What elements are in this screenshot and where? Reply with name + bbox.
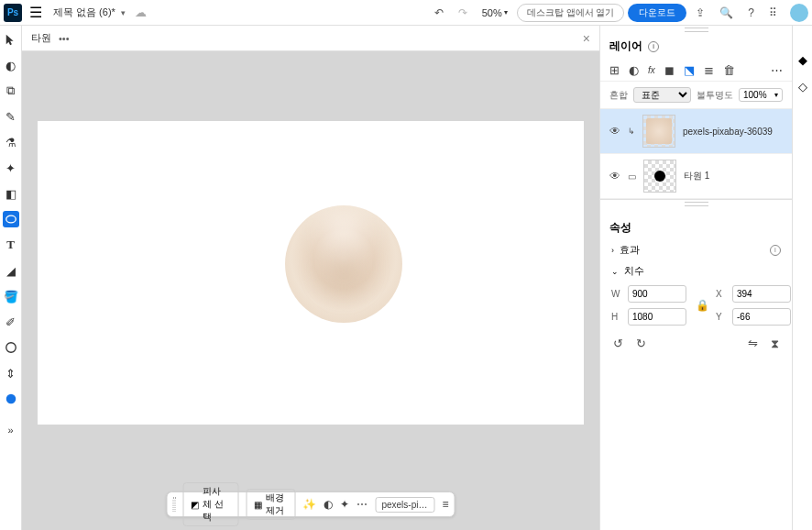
shape-badge-icon: ▭: [628, 171, 636, 182]
shape-type-label[interactable]: 타원: [31, 31, 51, 45]
height-label: H: [611, 312, 622, 322]
crop-tool[interactable]: ⧉: [3, 83, 19, 99]
mask-icon[interactable]: ◼: [664, 63, 675, 77]
mini-panel-strip: ◆ ◇: [792, 26, 812, 530]
rotate-ccw-icon[interactable]: ↺: [613, 337, 623, 351]
clone-tool[interactable]: ⚗: [3, 134, 19, 150]
delete-icon[interactable]: 🗑: [723, 63, 735, 77]
layer-menu-icon[interactable]: ⋯: [771, 63, 783, 77]
properties-panel: 속성 › 효과 i ⌄ 치수 W 🔒 X H Y: [600, 207, 792, 530]
heal-tool[interactable]: ✦: [3, 160, 19, 176]
fill-color[interactable]: [3, 391, 19, 407]
settings-icon[interactable]: ≡: [442, 498, 448, 511]
eyedropper-tool[interactable]: ✐: [3, 314, 19, 330]
flip-horizontal-icon[interactable]: ⇋: [748, 337, 758, 351]
more-icon[interactable]: ⋯: [357, 498, 368, 511]
adjustment-icon[interactable]: ◐: [629, 63, 639, 77]
history-icon[interactable]: ◇: [798, 80, 807, 94]
y-input[interactable]: [732, 308, 791, 326]
canvas-area[interactable]: ◩피사체 선택 ▦배경 제거 ✨ ◐ ✦ ⋯ pexels-pixabay-..…: [22, 51, 599, 530]
layer-thumbnail[interactable]: [642, 115, 675, 148]
adjustments-icon[interactable]: ◐: [324, 498, 333, 511]
y-label: Y: [716, 312, 727, 322]
add-layer-icon[interactable]: ⊞: [609, 63, 620, 77]
active-layer-name[interactable]: pexels-pixabay-...: [375, 497, 434, 513]
height-input[interactable]: [628, 308, 686, 326]
group-icon[interactable]: ≣: [704, 63, 714, 77]
layer-list: 👁 ↳ pexels-pixabay-36039 👁 ▭ 타원 1: [600, 109, 792, 200]
retouch-icon[interactable]: ✦: [340, 498, 349, 511]
visibility-icon[interactable]: 👁: [609, 125, 620, 138]
layers-panel-title: 레이어 i: [600, 33, 792, 60]
svg-point-0: [5, 215, 16, 223]
opacity-label: 불투명도: [697, 89, 733, 102]
tools-panel: ◐ ⧉ ✎ ⚗ ✦ ◧ T ◢ 🪣 ✐ ⇕ »: [0, 26, 22, 530]
layer-item-ellipse[interactable]: 👁 ▭ 타원 1: [600, 154, 792, 199]
layer-name-label[interactable]: pexels-pixabay-36039: [683, 127, 773, 137]
share-icon[interactable]: ⇪: [690, 5, 710, 21]
drag-handle-icon[interactable]: [173, 497, 176, 512]
apps-icon[interactable]: ⠿: [763, 5, 783, 21]
open-desktop-button[interactable]: 데스크탑 앱에서 열기: [517, 4, 625, 22]
brush-tool[interactable]: ✎: [3, 108, 19, 125]
search-icon[interactable]: 🔍: [714, 5, 739, 21]
x-label: X: [716, 289, 727, 299]
clip-indicator-icon: ↳: [628, 127, 635, 136]
link-wh-icon[interactable]: 🔒: [694, 299, 710, 312]
clip-mask-icon[interactable]: ⬔: [684, 63, 695, 77]
chevron-down-icon[interactable]: ▾: [121, 8, 126, 17]
undo-button[interactable]: ↶: [429, 5, 449, 21]
document-title[interactable]: 제목 없음 (6)*: [53, 6, 115, 19]
more-options-icon[interactable]: •••: [59, 33, 70, 44]
blend-mode-label: 혼합: [609, 89, 628, 102]
select-subject-button[interactable]: ◩피사체 선택: [182, 482, 238, 526]
fx-icon[interactable]: fx: [648, 65, 655, 75]
hamburger-icon[interactable]: ☰: [26, 2, 46, 23]
close-panel-icon[interactable]: ×: [583, 31, 590, 46]
blend-mode-select[interactable]: 표준: [633, 87, 691, 103]
stroke-color[interactable]: [3, 339, 19, 356]
info-icon[interactable]: i: [770, 245, 781, 256]
clipped-image[interactable]: [285, 205, 402, 323]
download-button[interactable]: 다운로드: [628, 4, 686, 22]
dimensions-label[interactable]: 치수: [624, 264, 781, 278]
layer-item-image[interactable]: 👁 ↳ pexels-pixabay-36039: [600, 109, 792, 154]
panel-grip[interactable]: [600, 26, 792, 33]
layer-thumbnail[interactable]: [643, 160, 676, 193]
chevron-right-icon[interactable]: ›: [611, 246, 614, 255]
cloud-sync-icon[interactable]: ☁: [135, 6, 147, 19]
gradient-tool[interactable]: ◢: [3, 262, 19, 279]
flip-vertical-icon[interactable]: ⧗: [771, 337, 779, 351]
options-bar: 타원 ••• ×: [22, 26, 599, 51]
lasso-tool[interactable]: ◐: [3, 57, 19, 73]
ellipse-tool[interactable]: [3, 211, 19, 227]
svg-point-2: [5, 394, 16, 404]
eraser-tool[interactable]: ◧: [3, 185, 19, 202]
zoom-level[interactable]: 50% ▾: [477, 6, 513, 20]
width-input[interactable]: [628, 285, 686, 303]
properties-title: 속성: [600, 213, 792, 239]
user-avatar[interactable]: [790, 4, 808, 22]
opacity-value[interactable]: 100%▾: [739, 88, 783, 102]
canvas[interactable]: [38, 121, 584, 425]
remove-bg-button[interactable]: ▦배경 제거: [246, 489, 295, 520]
layer-name-label[interactable]: 타원 1: [684, 170, 709, 182]
stroke-width-icon[interactable]: ⇕: [3, 365, 19, 381]
visibility-icon[interactable]: 👁: [609, 170, 620, 182]
photoshop-logo[interactable]: Ps: [4, 4, 22, 22]
expand-tools-icon[interactable]: »: [3, 422, 19, 438]
x-input[interactable]: [732, 285, 791, 303]
panel-grip[interactable]: [600, 200, 792, 207]
comments-icon[interactable]: ◆: [798, 53, 807, 67]
rotate-cw-icon[interactable]: ↻: [636, 337, 646, 351]
move-tool[interactable]: [3, 31, 19, 48]
redo-button[interactable]: ↷: [453, 5, 473, 21]
type-tool[interactable]: T: [3, 237, 19, 253]
help-icon[interactable]: ?: [742, 5, 760, 21]
effects-label[interactable]: 효과: [620, 243, 764, 257]
width-label: W: [611, 289, 622, 299]
chevron-down-icon[interactable]: ⌄: [611, 267, 619, 276]
magic-brush-icon[interactable]: ✨: [302, 498, 316, 511]
info-icon[interactable]: i: [648, 41, 659, 52]
bucket-tool[interactable]: 🪣: [3, 288, 19, 304]
